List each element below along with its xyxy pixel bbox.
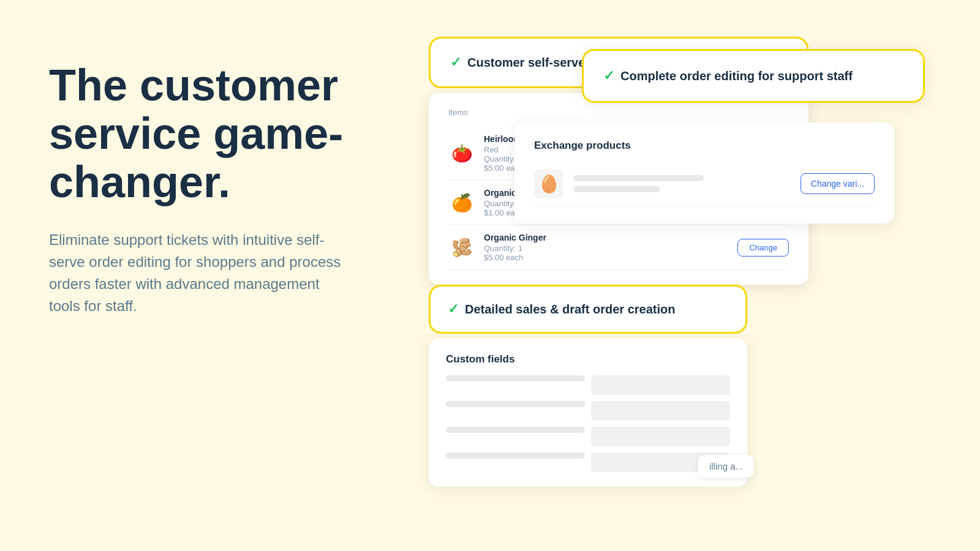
field-skeleton bbox=[446, 452, 585, 459]
change-variant-button[interactable]: Change vari... bbox=[801, 173, 875, 194]
card-complete-order-editing: ✓ Complete order editing for support sta… bbox=[582, 49, 925, 103]
field-input-skeleton bbox=[591, 401, 730, 421]
product-row-1: 🥚 Change vari... bbox=[534, 162, 875, 206]
field-skeleton bbox=[446, 375, 585, 381]
item-img-tomato: 🍅 bbox=[448, 140, 475, 167]
field-skeleton bbox=[446, 427, 585, 433]
hero-subtitle: Eliminate support tickets with intuitive… bbox=[49, 229, 343, 317]
right-content: ✓ Complete order editing for support sta… bbox=[429, 37, 943, 551]
skeleton-line bbox=[573, 175, 704, 181]
custom-fields-grid bbox=[446, 375, 730, 472]
card-exchange-products: Exchange products 🥚 Change vari... bbox=[514, 122, 894, 223]
field-input-skeleton bbox=[591, 375, 730, 395]
exchange-products-title: Exchange products bbox=[534, 140, 875, 152]
field-skeleton bbox=[446, 401, 585, 407]
item-img-orange: 🍊 bbox=[448, 189, 475, 216]
field-input-skeleton bbox=[591, 427, 730, 446]
feature-text-4: Detailed sales & draft order creation bbox=[465, 302, 675, 317]
check-icon-3: ✓ bbox=[450, 54, 461, 70]
check-icon-4: ✓ bbox=[448, 301, 459, 317]
main-container: The customer service game-changer. Elimi… bbox=[0, 0, 980, 551]
item-img-ginger: 🫚 bbox=[448, 234, 475, 261]
item-sub-ginger: Quantity: 1$5.00 each bbox=[484, 244, 729, 262]
card-4-header: ✓ Detailed sales & draft order creation bbox=[429, 285, 747, 334]
billing-partial-text: illing a... bbox=[698, 455, 754, 478]
product-image-eggs: 🥚 bbox=[534, 169, 564, 198]
skeleton-line bbox=[573, 186, 660, 192]
item-row-ginger: 🫚 Organic Ginger Quantity: 1$5.00 each C… bbox=[448, 225, 789, 270]
item-details-ginger: Organic Ginger Quantity: 1$5.00 each bbox=[484, 233, 729, 262]
hero-title: The customer service game-changer. bbox=[49, 61, 404, 207]
check-icon-1: ✓ bbox=[603, 68, 614, 84]
left-content: The customer service game-changer. Elimi… bbox=[49, 37, 404, 551]
item-name-ginger: Organic Ginger bbox=[484, 233, 729, 242]
product-skeleton-1 bbox=[573, 175, 791, 192]
items-label: Items bbox=[448, 108, 789, 117]
feature-label-4: ✓ Detailed sales & draft order creation bbox=[448, 301, 728, 317]
feature-text-1: Complete order editing for support staff bbox=[620, 69, 853, 83]
feature-label-1: ✓ Complete order editing for support sta… bbox=[603, 68, 903, 84]
custom-fields-title: Custom fields bbox=[446, 353, 730, 365]
change-button-ginger[interactable]: Change bbox=[737, 239, 789, 257]
